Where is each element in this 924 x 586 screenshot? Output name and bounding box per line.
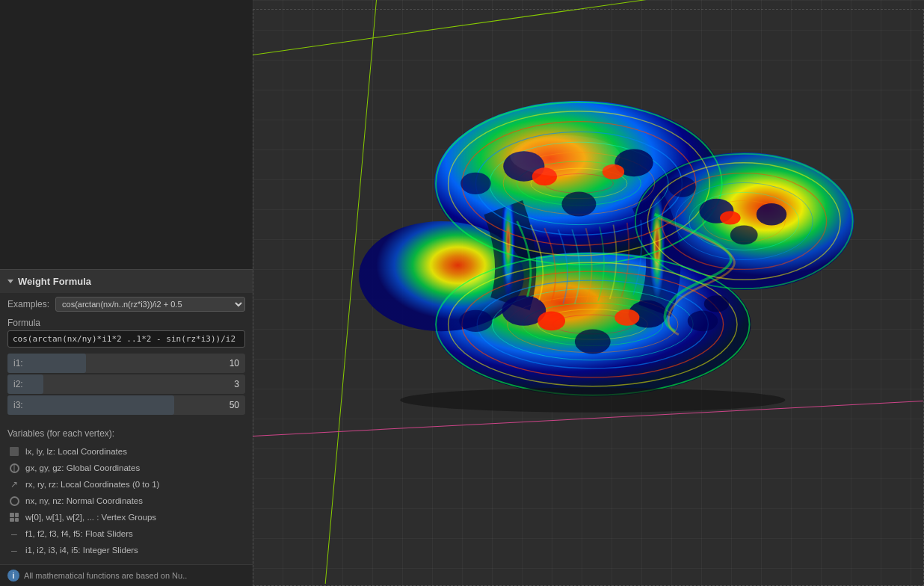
viewport[interactable]: [253, 0, 924, 586]
var-relative-coords: ↗ rx, ry, rz: Local Coordinates (0 to 1): [7, 476, 245, 493]
var-float-sliders: – f1, f2, f3, f4, f5: Float Sliders: [7, 525, 245, 542]
svg-point-40: [459, 310, 492, 332]
formula-input[interactable]: [7, 330, 245, 348]
svg-point-41: [688, 311, 718, 332]
var-integer-sliders: – i1, i2, i3, i4, i5: Integer Sliders: [7, 542, 245, 558]
slider-i2-value: 3: [234, 379, 239, 389]
slider-i1[interactable]: i1: 10: [7, 354, 245, 373]
variables-header: Variables (for each vertex):: [7, 428, 245, 439]
weight-formula-header[interactable]: Weight Formula: [0, 269, 253, 293]
slider-i2[interactable]: i2: 3: [7, 374, 245, 394]
variables-section: Variables (for each vertex): lx, ly, lz:…: [0, 422, 253, 561]
svg-point-42: [704, 295, 729, 312]
float-sliders-icon: –: [7, 527, 21, 540]
var-global-coords: gx, gy, gz: Global Coordinates: [7, 460, 245, 476]
var-float-sliders-text: f1, f2, f3, f4, f5: Float Sliders: [25, 529, 133, 538]
svg-point-26: [757, 203, 786, 225]
examples-select[interactable]: cos(arctan(nx/n..n(rz*i3))/i2 + 0.5sin(r…: [55, 297, 245, 312]
var-vertex-groups-text: w[0], w[1], w[2], ... : Vertex Groups: [25, 513, 156, 522]
slider-i1-value: 10: [230, 358, 239, 368]
svg-point-46: [615, 309, 639, 326]
global-coords-icon: [7, 461, 21, 475]
var-integer-sliders-text: i1, i2, i3, i4, i5: Integer Sliders: [25, 546, 138, 555]
slider-i2-label: i2:: [13, 379, 36, 389]
formula-label: Formula: [0, 315, 253, 329]
slider-i1-label: i1:: [13, 358, 36, 368]
var-relative-coords-text: rx, ry, rz: Local Coordinates (0 to 1): [25, 480, 159, 489]
var-global-coords-text: gx, gy, gz: Global Coordinates: [25, 463, 140, 472]
var-normal-coords-text: nx, ny, nz: Normal Coordinates: [25, 496, 143, 505]
svg-point-39: [575, 329, 611, 354]
slider-i3-value: 50: [230, 400, 239, 410]
svg-point-18: [668, 176, 696, 197]
relative-coords-icon: ↗: [7, 478, 21, 491]
svg-point-16: [561, 191, 596, 216]
weight-formula-section: Weight Formula Examples: cos(arctan(nx/n…: [0, 269, 253, 422]
svg-point-27: [730, 226, 758, 245]
svg-point-17: [461, 173, 490, 194]
vertex-groups-icon: [7, 511, 21, 524]
panel-top-spacer: [0, 0, 253, 269]
info-icon: i: [7, 570, 19, 582]
examples-label: Examples:: [7, 299, 49, 309]
var-local-coords: lx, ly, lz: Local Coordinates: [7, 443, 245, 460]
var-vertex-groups: w[0], w[1], w[2], ... : Vertex Groups: [7, 509, 245, 525]
info-text: All mathematical functions are based on …: [24, 571, 187, 580]
svg-point-45: [538, 312, 565, 331]
local-coords-icon: [7, 445, 21, 458]
var-local-coords-text: lx, ly, lz: Local Coordinates: [25, 447, 127, 456]
svg-point-49: [510, 135, 620, 176]
examples-row: Examples: cos(arctan(nx/n..n(rz*i3))/i2 …: [0, 293, 253, 315]
weight-formula-title: Weight Formula: [18, 276, 91, 287]
slider-i3-label: i3:: [13, 400, 36, 410]
svg-point-48: [400, 388, 785, 413]
left-panel: Weight Formula Examples: cos(arctan(nx/n…: [0, 0, 253, 586]
normal-coords-icon: [7, 494, 21, 508]
slider-i3[interactable]: i3: 50: [7, 395, 245, 415]
var-normal-coords: nx, ny, nz: Normal Coordinates: [7, 493, 245, 509]
shape-container: [290, 37, 909, 474]
3d-shape-svg: [290, 61, 909, 450]
integer-sliders-icon: –: [7, 543, 21, 557]
collapse-triangle-icon: [7, 280, 13, 283]
info-bar: i All mathematical functions are based o…: [0, 564, 253, 586]
svg-point-47: [720, 211, 741, 224]
